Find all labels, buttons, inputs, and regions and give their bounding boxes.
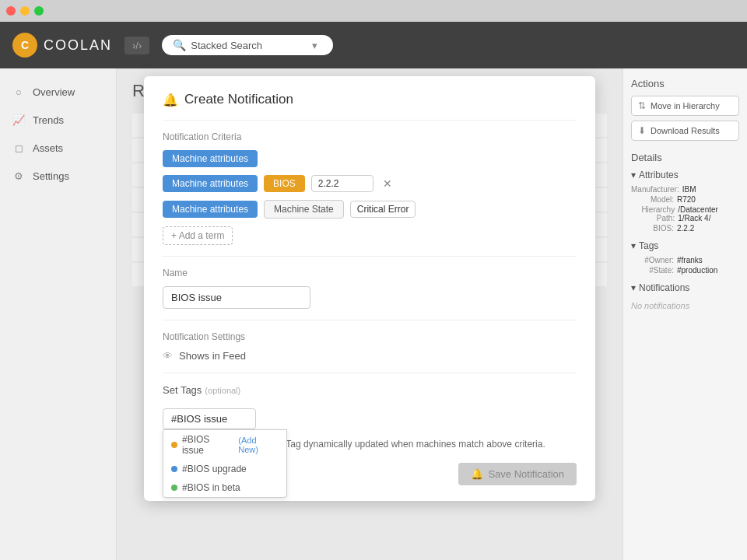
model-value: R720 — [677, 195, 696, 204]
sidebar-item-settings[interactable]: ⚙ Settings — [0, 162, 116, 190]
minimize-button[interactable] — [20, 6, 30, 16]
name-label: Name — [163, 268, 577, 278]
close-row-2-button[interactable]: ✕ — [383, 177, 392, 190]
criteria-row-3: Machine attributes Machine State Critica… — [163, 200, 577, 219]
machine-state-chip[interactable]: Machine State — [264, 200, 344, 219]
right-panel: Actions ⇅ Move in Hierarchy ⬇ Download R… — [622, 68, 747, 560]
state-key: #State: — [631, 266, 674, 275]
details-section: Details ▾ Attributes Manufacturer: IBM M… — [631, 152, 739, 313]
shows-in-feed-label: Shows in Feed — [179, 350, 246, 362]
modal-title-text: Create Notification — [184, 92, 293, 107]
download-results-label: Download Results — [651, 126, 720, 135]
attr-manufacturer-row: Manufacturer: IBM — [631, 185, 739, 194]
save-bell-icon: 🔔 — [471, 468, 483, 480]
criteria-label: Notification Criteria — [163, 131, 577, 142]
tags-title-label: Set Tags — [163, 384, 202, 396]
machine-attributes-chip-3[interactable]: Machine attributes — [163, 201, 258, 218]
criteria-section: Notification Criteria Machine attributes… — [163, 131, 577, 245]
tags-optional-label: (optional) — [205, 386, 240, 395]
name-section: Name — [163, 268, 577, 309]
sidebar-item-overview[interactable]: ○ Overview — [0, 78, 116, 106]
chevron-down-icon: ▾ — [631, 282, 636, 293]
sidebar: ○ Overview 📈 Trends ◻ Assets ⚙ Settings — [0, 68, 117, 560]
criteria-row-1: Machine attributes — [163, 150, 577, 167]
bios-value: 2.2.2 — [677, 224, 694, 233]
download-icon: ⬇ — [638, 125, 646, 136]
attr-model-row: Model: R720 — [631, 195, 739, 204]
machine-attributes-chip-2[interactable]: Machine attributes — [163, 175, 258, 192]
download-results-button[interactable]: ⬇ Download Results — [631, 121, 739, 141]
machine-attributes-chip-1[interactable]: Machine attributes — [163, 150, 258, 167]
tag-item-text-1: #BIOS issue — [182, 434, 233, 456]
logo-text: COOLAN — [44, 37, 112, 54]
owner-key: #Owner: — [631, 256, 674, 264]
attr-hierarchy-row: Hierarchy Path: /Datacenter 1/Rack 4/ — [631, 205, 739, 222]
move-icon: ⇅ — [638, 100, 646, 111]
save-notification-button[interactable]: 🔔 Save Notification — [458, 463, 577, 485]
tag-dropdown-item-bios-upgrade[interactable]: #BIOS upgrade — [163, 460, 286, 478]
settings-icon: ⚙ — [12, 170, 25, 182]
search-icon: 🔍 — [173, 39, 186, 51]
sidebar-item-overview-label: Overview — [33, 86, 75, 98]
logo-area: C COOLAN — [12, 33, 112, 58]
hierarchy-key: Hierarchy Path: — [631, 205, 675, 222]
tag-input-display[interactable]: #BIOS issue — [163, 408, 256, 429]
search-dropdown-icon[interactable]: ▾ — [312, 40, 317, 51]
overview-icon: ○ — [12, 86, 25, 98]
sidebar-item-assets[interactable]: ◻ Assets — [0, 134, 116, 162]
notifications-group: ▾ Notifications No notifications — [631, 282, 739, 313]
sidebar-item-trends[interactable]: 📈 Trends — [0, 106, 116, 134]
move-hierarchy-button[interactable]: ⇅ Move in Hierarchy — [631, 96, 739, 116]
assets-icon: ◻ — [12, 142, 25, 154]
tag-item-text-3: #BIOS in beta — [182, 482, 240, 493]
criteria-row-2: Machine attributes BIOS 2.2.2 ✕ — [163, 175, 577, 192]
actions-section: Actions ⇅ Move in Hierarchy ⬇ Download R… — [631, 78, 739, 141]
nav-arrows-button[interactable]: ›/› — [124, 37, 149, 54]
model-key: Model: — [631, 195, 674, 204]
app-header: C COOLAN ›/› 🔍 ▾ — [0, 22, 747, 68]
owner-value: #franks — [677, 256, 703, 264]
tags-section: Set Tags (optional) #BIOS issue #BIOS is… — [163, 384, 577, 450]
tag-item-text-2: #BIOS upgrade — [182, 464, 247, 474]
critical-error-value[interactable]: Critical Error — [350, 201, 416, 218]
attributes-group: ▾ Attributes Manufacturer: IBM Model: R7… — [631, 170, 739, 233]
tag-dropdown-item-bios-beta[interactable]: #BIOS in beta — [163, 478, 286, 497]
notifications-toggle[interactable]: ▾ Notifications — [631, 282, 739, 293]
tag-dropdown-item-bios-issue[interactable]: #BIOS issue (Add New) — [163, 430, 286, 460]
tag-state-row: #State: #production — [631, 266, 739, 275]
maximize-button[interactable] — [34, 6, 44, 16]
bell-icon: 🔔 — [163, 93, 178, 107]
manufacturer-key: Manufacturer: — [631, 185, 679, 194]
title-bar — [0, 0, 747, 22]
tag-dot-orange — [171, 442, 177, 448]
tag-add-new-label: (Add New) — [238, 436, 279, 454]
name-input[interactable] — [163, 286, 310, 309]
bios-key: BIOS: — [631, 224, 674, 233]
tags-toggle[interactable]: ▾ Tags — [631, 240, 739, 251]
attributes-label: Attributes — [639, 170, 679, 180]
tag-dropdown: #BIOS issue (Add New) #BIOS upgrade #BIO… — [163, 429, 287, 498]
search-input[interactable] — [191, 40, 307, 51]
sidebar-item-trends-label: Trends — [33, 114, 64, 126]
modal-title-area: 🔔 Create Notification — [163, 92, 577, 107]
search-bar[interactable]: 🔍 ▾ — [162, 35, 333, 55]
chevron-down-icon: ▾ — [631, 170, 636, 180]
logo-icon: C — [12, 33, 37, 58]
tag-input-wrapper: #BIOS issue #BIOS issue (Add New) #BIOS … — [163, 408, 256, 429]
attr-bios-row: BIOS: 2.2.2 — [631, 224, 739, 233]
sidebar-item-settings-label: Settings — [33, 170, 69, 182]
bios-chip[interactable]: BIOS — [264, 175, 305, 192]
notifications-label: Notifications — [639, 282, 689, 293]
save-button-label: Save Notification — [488, 468, 564, 480]
sidebar-item-assets-label: Assets — [33, 142, 63, 154]
bios-value-chip[interactable]: 2.2.2 — [311, 175, 374, 192]
move-hierarchy-label: Move in Hierarchy — [651, 101, 720, 110]
close-button[interactable] — [6, 6, 16, 16]
no-notifications-text: No notifications — [631, 298, 739, 313]
manufacturer-value: IBM — [682, 185, 696, 194]
chevron-down-icon: ▾ — [631, 240, 636, 251]
tags-label: Tags — [639, 240, 658, 251]
attributes-toggle[interactable]: ▾ Attributes — [631, 170, 739, 180]
add-term-button[interactable]: + Add a term — [163, 226, 233, 245]
details-title: Details — [631, 152, 739, 163]
